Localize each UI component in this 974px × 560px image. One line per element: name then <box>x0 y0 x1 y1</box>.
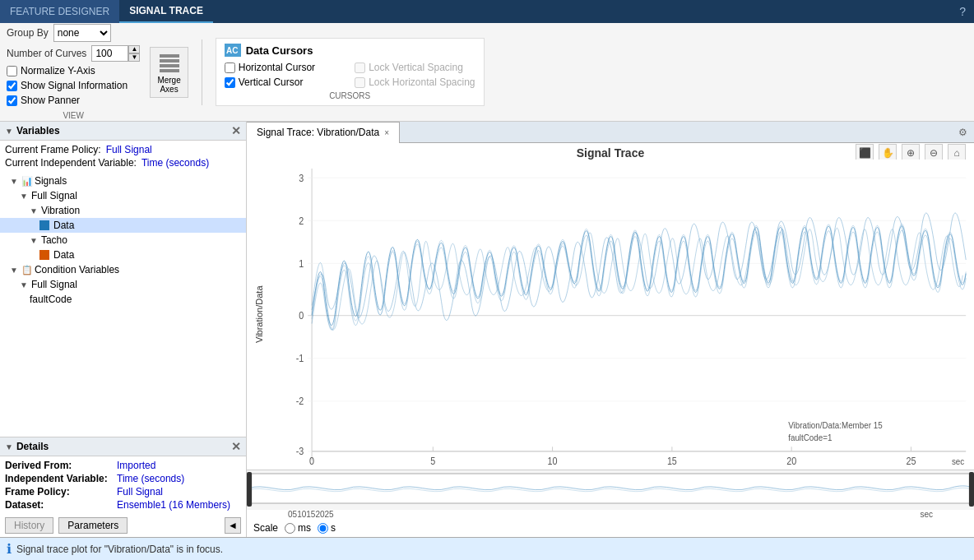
vertical-cursor-check[interactable] <box>225 77 235 88</box>
scale-s-radio[interactable] <box>318 523 328 534</box>
main-layout: ▼ Variables ✕ Current Frame Policy: Full… <box>0 122 974 537</box>
vertical-cursor-row[interactable]: Vertical Cursor <box>225 76 345 88</box>
svg-text:3: 3 <box>299 173 304 183</box>
details-section: ▼ Details ✕ Derived From: Imported Indep… <box>0 437 246 537</box>
cursor-options: Horizontal Cursor Lock Vertical Spacing … <box>225 62 475 88</box>
details-header: ▼ Details ✕ <box>0 437 246 456</box>
lock-vertical-row[interactable]: Lock Vertical Spacing <box>355 62 475 73</box>
derived-from-key: Derived From: <box>5 460 112 471</box>
chart-plot-area[interactable]: 3 2 1 0 -1 <box>271 160 974 470</box>
scale-ms-text: ms <box>298 522 311 534</box>
svg-rect-0 <box>160 54 179 58</box>
svg-text:10: 10 <box>548 456 558 467</box>
tacho-label: Tacho <box>41 234 67 246</box>
cond-vars-arrow: ▼ <box>10 266 18 275</box>
chart-tab-close[interactable]: × <box>384 128 389 137</box>
tree-vibration-data[interactable]: Data <box>0 218 246 233</box>
lock-horizontal-row[interactable]: Lock Horizontal Spacing <box>355 76 475 88</box>
tree-condition-variables[interactable]: ▼ 📋 Condition Variables <box>0 262 246 277</box>
horizontal-cursor-row[interactable]: Horizontal Cursor <box>225 62 345 73</box>
scale-ms-label[interactable]: ms <box>285 522 311 534</box>
lock-vertical-check[interactable] <box>355 62 365 73</box>
chart-container: Signal Trace ⬛ ✋ ⊕ ⊖ ⌂ Vibration/Data <box>247 143 974 537</box>
details-title: Details <box>16 441 49 452</box>
svg-rect-40 <box>247 474 974 503</box>
group-by-select[interactable]: none member time <box>53 24 111 42</box>
scale-row: Scale ms s <box>247 519 974 537</box>
indep-var-detail-key: Independent Variable: <box>5 473 112 484</box>
merge-axes-icon <box>158 51 181 74</box>
svg-text:faultCode=1: faultCode=1 <box>788 433 832 442</box>
tree-tacho[interactable]: ▼ Tacho <box>0 233 246 248</box>
overview-strip[interactable]: 0 5 10 15 20 25 sec <box>247 470 974 519</box>
vibration-data-color <box>39 220 49 230</box>
tree-full-signal[interactable]: ▼ Full Signal <box>0 188 246 203</box>
frame-policy-detail-key: Frame Policy: <box>5 486 112 498</box>
svg-text:-2: -2 <box>296 396 304 407</box>
fault-code-label: faultCode <box>30 294 72 305</box>
tacho-data-color <box>39 250 49 260</box>
help-button[interactable]: ? <box>951 5 974 18</box>
show-panner-check[interactable] <box>7 95 17 106</box>
spinner-up[interactable]: ▲ <box>128 45 140 53</box>
chart-tabs: Signal Trace: Vibration/Data × ⚙ <box>247 122 974 143</box>
variables-arrow[interactable]: ▼ <box>5 127 13 136</box>
num-curves-input[interactable]: 100 <box>91 45 128 62</box>
spinner-down[interactable]: ▼ <box>128 53 140 62</box>
frame-policy-key: Current Frame Policy: <box>5 144 101 155</box>
overview-x-25: 25 <box>325 510 334 519</box>
show-signal-info-check[interactable] <box>7 81 17 91</box>
horizontal-cursor-label: Horizontal Cursor <box>239 62 315 73</box>
cursors-title: Data Cursors <box>246 44 313 57</box>
scale-s-text: s <box>331 522 336 534</box>
overview-x-10: 10 <box>297 510 306 519</box>
chart-main: Vibration/Data 3 2 <box>247 160 974 470</box>
show-panner-row[interactable]: Show Panner <box>7 95 80 106</box>
tree-cond-full-signal[interactable]: ▼ Full Signal <box>0 277 246 292</box>
tree-tacho-data[interactable]: Data <box>0 248 246 262</box>
variables-close[interactable]: ✕ <box>231 124 241 137</box>
group-by-label: Group By <box>7 27 49 39</box>
merge-axes-button[interactable]: MergeAxes <box>150 47 188 98</box>
details-arrow[interactable]: ▼ <box>5 442 13 451</box>
svg-text:5: 5 <box>430 456 435 467</box>
full-signal-label: Full Signal <box>31 190 77 201</box>
normalize-y-axis-row[interactable]: Normalize Y-Axis <box>7 65 95 76</box>
status-message: Signal trace plot for "Vibration/Data" i… <box>16 544 223 555</box>
cond-vars-label: Condition Variables <box>35 264 119 275</box>
svg-text:-3: -3 <box>296 447 304 457</box>
scale-s-label[interactable]: s <box>318 522 336 534</box>
history-button[interactable]: History <box>5 517 53 534</box>
horizontal-cursor-check[interactable] <box>225 62 235 73</box>
tree-vibration[interactable]: ▼ Vibration <box>0 203 246 218</box>
svg-rect-41 <box>247 472 252 507</box>
status-bar: ℹ Signal trace plot for "Vibration/Data"… <box>0 537 974 560</box>
tree-signals[interactable]: ▼ 📊 Signals <box>0 174 246 188</box>
variables-section: ▼ Variables ✕ Current Frame Policy: Full… <box>0 122 246 437</box>
signals-label: Signals <box>35 175 67 187</box>
svg-text:sec: sec <box>952 457 964 467</box>
show-signal-info-row[interactable]: Show Signal Information <box>7 80 128 91</box>
num-curves-spinner[interactable]: ▲ ▼ <box>128 45 140 62</box>
show-signal-info-label: Show Signal Information <box>21 80 128 91</box>
frame-policy-val: Full Signal <box>106 144 152 155</box>
tacho-data-label: Data <box>53 249 74 261</box>
tab-feature-designer[interactable]: FEATURE DESIGNER <box>0 0 119 23</box>
lock-horizontal-check[interactable] <box>355 77 365 88</box>
parameters-button[interactable]: Parameters <box>58 517 128 534</box>
dataset-key: Dataset: <box>5 499 112 511</box>
chart-svg: 3 2 1 0 -1 <box>271 160 974 470</box>
details-close[interactable]: ✕ <box>231 440 241 453</box>
tab-signal-trace[interactable]: SIGNAL TRACE <box>119 0 213 23</box>
normalize-y-axis-check[interactable] <box>7 66 17 76</box>
overview-x-15: 15 <box>306 510 315 519</box>
chart-tab-vibration[interactable]: Signal Trace: Vibration/Data × <box>247 122 400 143</box>
chart-settings-icon[interactable]: ⚙ <box>952 127 974 138</box>
svg-text:2: 2 <box>299 215 304 226</box>
nav-arrow-button[interactable]: ◄ <box>225 517 241 534</box>
normalize-y-axis-label: Normalize Y-Axis <box>21 65 95 76</box>
vibration-data-label: Data <box>53 220 74 231</box>
svg-text:AC: AC <box>226 46 238 55</box>
tree-fault-code[interactable]: faultCode <box>0 292 246 307</box>
scale-ms-radio[interactable] <box>285 523 295 534</box>
